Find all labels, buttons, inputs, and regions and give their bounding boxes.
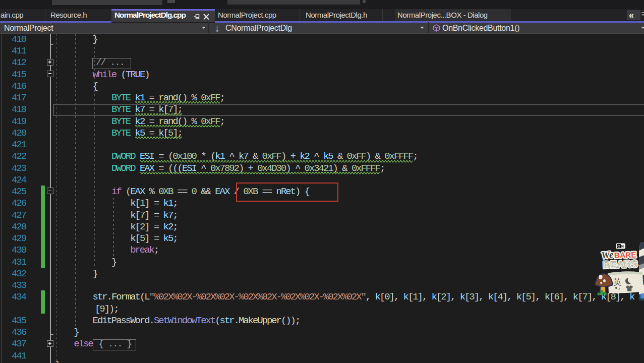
svg-text:英: 英 (613, 277, 622, 286)
svg-text:N: N (621, 245, 624, 248)
svg-text:BEARS: BEARS (603, 259, 638, 270)
svg-text:C: C (617, 245, 620, 248)
